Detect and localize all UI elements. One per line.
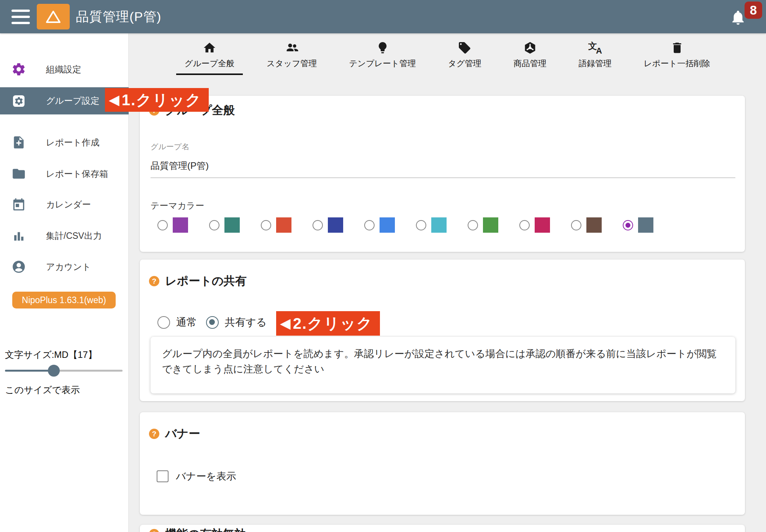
slider-thumb[interactable] <box>48 365 60 377</box>
sidebar-item-account[interactable]: アカウント <box>0 253 129 281</box>
banner-checkbox-row[interactable]: バナーを表示 <box>157 470 236 483</box>
sidebar-item-label: カレンダー <box>46 199 91 211</box>
sidebar-item-label: レポート保存箱 <box>46 168 108 180</box>
tab-staff-management[interactable]: スタッフ管理 <box>258 41 325 75</box>
trash-icon <box>670 41 684 55</box>
color-radio[interactable] <box>157 220 168 230</box>
theme-color-row <box>157 217 653 233</box>
sidebar-item-org-settings[interactable]: 組織設定 <box>0 55 129 83</box>
gear-icon <box>11 62 26 77</box>
home-icon <box>203 41 216 55</box>
lightbulb-icon <box>376 41 390 55</box>
banner-checkbox-label: バナーを表示 <box>176 470 236 483</box>
color-swatch[interactable] <box>276 217 291 233</box>
gear-square-icon <box>11 94 26 108</box>
people-icon <box>285 41 299 55</box>
radio-share-selected[interactable] <box>206 316 219 329</box>
color-radio[interactable] <box>261 220 271 230</box>
group-name-label: グループ名 <box>151 142 189 152</box>
sidebar-item-label: 組織設定 <box>46 64 81 75</box>
notification-bell-icon[interactable] <box>730 10 746 26</box>
left-arrow-icon: ◀ <box>280 315 291 331</box>
app-header: 品質管理(P管) 8 <box>0 0 766 33</box>
tab-product-management[interactable]: 商品管理 <box>505 41 555 75</box>
calendar-icon <box>11 197 26 212</box>
help-icon[interactable]: ? <box>149 529 159 532</box>
sidebar-item-label: アカウント <box>46 261 91 273</box>
slider-fill <box>5 370 54 372</box>
tab-bar: グループ全般 スタッフ管理 テンプレート管理 タグ管理 <box>129 33 766 75</box>
main-content: グループ全般 スタッフ管理 テンプレート管理 タグ管理 <box>129 33 766 532</box>
page-title: 品質管理(P管) <box>76 8 161 26</box>
card-title: レポートの共有 <box>165 273 247 289</box>
color-swatch[interactable] <box>431 217 447 233</box>
sidebar-item-label: グループ設定 <box>46 95 100 107</box>
color-radio[interactable] <box>468 220 478 230</box>
sidebar-item-csv-export[interactable]: 集計/CSV出力 <box>0 222 129 250</box>
share-option-share[interactable]: 共有する <box>206 315 267 329</box>
card-banner: ? バナー バナーを表示 <box>140 412 745 515</box>
bar-chart-icon <box>11 228 26 243</box>
sidebar-item-calendar[interactable]: カレンダー <box>0 191 129 218</box>
share-options-row: 通常 共有する <box>157 315 267 329</box>
color-swatch[interactable] <box>173 217 188 233</box>
sidebar-item-report-box[interactable]: レポート保存箱 <box>0 160 129 188</box>
font-size-label: 文字サイズ:MD【17】 <box>5 349 97 361</box>
left-arrow-icon: ◀ <box>109 92 119 108</box>
notification-count-badge: 8 <box>745 2 762 19</box>
card-group-general: ? グループ全般 グループ名 品質管理(P管) テーマカラー <box>140 96 745 252</box>
tab-glossary-management[interactable]: 文A 語録管理 <box>570 41 620 75</box>
card-report-share: ? レポートの共有 通常 共有する グループ内の全員がレポートを読めます。承認リ… <box>140 259 745 401</box>
tab-tag-management[interactable]: タグ管理 <box>440 41 490 75</box>
radio-normal[interactable] <box>157 316 170 329</box>
card-title: 機能の有効無効 <box>165 526 246 532</box>
help-icon[interactable]: ? <box>149 429 159 439</box>
package-hexagon-icon <box>523 41 537 55</box>
version-button[interactable]: NipoPlus 1.63.1(web) <box>12 292 116 308</box>
color-radio[interactable] <box>571 220 581 230</box>
color-radio[interactable] <box>313 220 323 230</box>
account-circle-icon <box>11 259 26 274</box>
sidebar-item-label: 集計/CSV出力 <box>46 230 102 242</box>
theme-color-label: テーマカラー <box>151 200 204 212</box>
card-title: バナー <box>165 426 200 442</box>
group-name-input[interactable]: 品質管理(P管) <box>151 160 209 172</box>
color-radio[interactable] <box>416 220 426 230</box>
hamburger-menu-icon[interactable] <box>11 10 30 24</box>
help-icon[interactable]: ? <box>149 276 159 286</box>
note-add-icon <box>11 135 26 150</box>
tab-template-management[interactable]: テンプレート管理 <box>340 41 424 75</box>
card-features: ? 機能の有効無効 <box>140 525 745 532</box>
share-description: グループ内の全員がレポートを読めます。承認リレーが設定されている場合には承認の順… <box>151 337 735 393</box>
color-swatch[interactable] <box>328 217 343 233</box>
input-underline <box>151 178 735 178</box>
color-swatch[interactable] <box>535 217 550 233</box>
tag-icon <box>458 41 471 55</box>
color-swatch[interactable] <box>380 217 395 233</box>
folder-icon <box>11 166 26 181</box>
tab-bulk-delete-reports[interactable]: レポート一括削除 <box>635 41 719 75</box>
sidebar-item-create-report[interactable]: レポート作成 <box>0 129 129 156</box>
annotation-step2: ◀ 2.クリック <box>276 311 380 336</box>
translate-icon: 文A <box>588 41 602 55</box>
apply-size-label: このサイズで表示 <box>5 384 80 396</box>
color-swatch[interactable] <box>638 217 653 233</box>
font-size-slider[interactable] <box>5 365 123 376</box>
share-option-normal[interactable]: 通常 <box>157 315 197 329</box>
color-swatch[interactable] <box>586 217 602 233</box>
app-logo-button[interactable] <box>37 4 70 29</box>
color-swatch[interactable] <box>483 217 498 233</box>
triangle-logo-icon <box>45 10 61 24</box>
sidebar-item-label: レポート作成 <box>46 137 100 149</box>
color-swatch[interactable] <box>224 217 240 233</box>
color-radio[interactable] <box>209 220 219 230</box>
banner-checkbox[interactable] <box>157 470 169 482</box>
color-radio[interactable] <box>519 220 530 230</box>
color-radio-selected[interactable] <box>623 220 633 230</box>
tab-group-general[interactable]: グループ全般 <box>176 41 243 75</box>
annotation-step1: ◀ 1.クリック <box>105 88 209 112</box>
color-radio[interactable] <box>364 220 375 230</box>
